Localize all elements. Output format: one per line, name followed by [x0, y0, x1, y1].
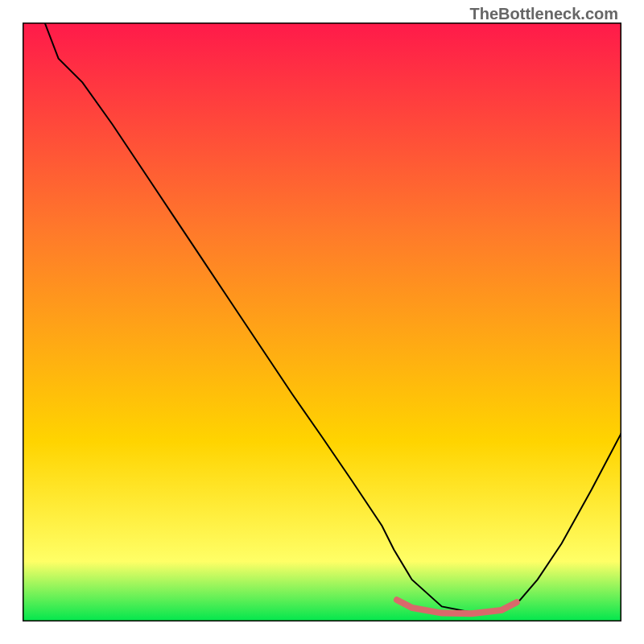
- plot-background: [23, 23, 621, 621]
- watermark-text: TheBottleneck.com: [470, 5, 618, 23]
- chart-container: TheBottleneck.com: [0, 0, 644, 644]
- bottleneck-plot: [23, 23, 621, 621]
